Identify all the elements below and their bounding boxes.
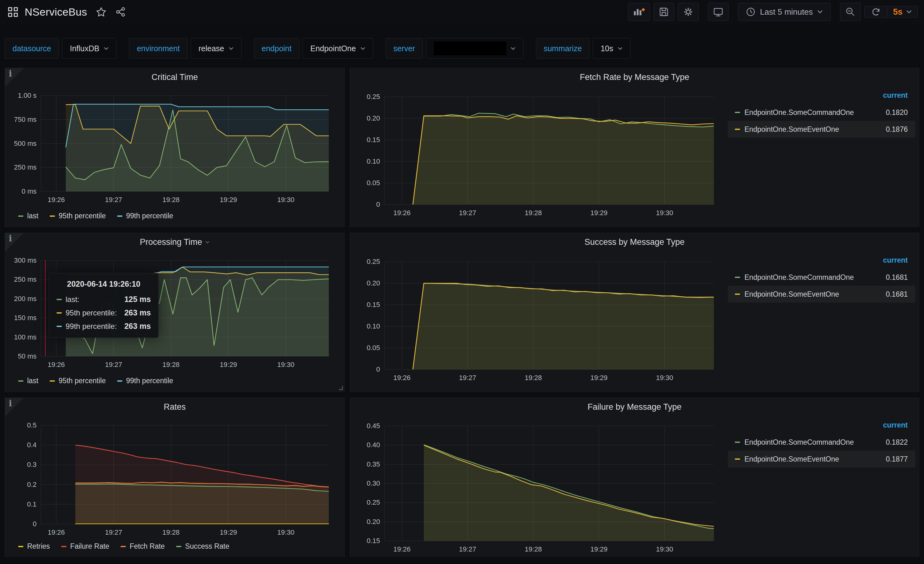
add-panel-button[interactable] <box>628 3 650 21</box>
panel-title[interactable]: Success by Message Type <box>350 237 919 247</box>
y-tick-label: 0.40 <box>350 441 380 449</box>
x-tick-label: 19:28 <box>149 528 193 537</box>
legend-item-last[interactable]: last <box>18 212 38 220</box>
legend-item-95th-percentile[interactable]: 95th percentile <box>50 376 106 385</box>
fetch-rate-chart[interactable]: 00.050.100.150.200.2519:2619:2719:2819:2… <box>384 97 714 204</box>
chart-canvas[interactable] <box>384 262 714 369</box>
legend-series-name: EndpointOne.SomeCommandOne <box>744 108 886 117</box>
tooltip-row: last: 125 ms <box>57 295 151 304</box>
panel-title[interactable]: Fetch Rate by Message Type <box>350 72 919 82</box>
refresh-interval-label: 5s <box>893 7 903 17</box>
chevron-down-icon <box>360 47 365 50</box>
x-tick-label: 19:30 <box>643 545 686 554</box>
legend-item-99th-percentile[interactable]: 99th percentile <box>117 376 173 385</box>
variable-label-endpoint: endpoint <box>254 38 300 59</box>
series-dash <box>18 216 23 217</box>
legend-item-success-rate[interactable]: Success Rate <box>176 542 230 550</box>
gear-icon[interactable] <box>678 3 699 21</box>
chart-canvas[interactable] <box>384 426 714 541</box>
legend-label: 99th percentile <box>126 376 173 385</box>
legend-column-current[interactable]: current <box>728 421 915 434</box>
x-tick-label: 19:29 <box>577 374 621 382</box>
legend-row-endpointone-somecommandone[interactable]: EndpointOne.SomeCommandOne0.1820 <box>728 104 915 121</box>
legend-item-fetch-rate[interactable]: Fetch Rate <box>120 542 165 550</box>
series-area-endpointone-someeventone <box>413 116 714 204</box>
dashboard-grid-icon[interactable] <box>8 7 18 17</box>
legend-current-value: 0.1876 <box>886 125 908 134</box>
critical-time-chart[interactable]: 0 ms250 ms500 ms750 ms1.00 s19:2619:2719… <box>41 96 329 191</box>
y-tick-label: 0.3 <box>6 460 36 469</box>
x-tick-label: 19:28 <box>512 545 555 554</box>
panel-title[interactable]: Rates <box>5 402 344 412</box>
chevron-down-icon <box>229 47 234 50</box>
series-dash <box>50 216 55 217</box>
tv-icon[interactable] <box>708 3 729 21</box>
success-rate-chart[interactable]: 00.050.100.150.200.2519:2619:2719:2819:2… <box>384 262 714 369</box>
series-dash <box>735 459 740 460</box>
tooltip-value: 125 ms <box>124 295 151 304</box>
x-tick-label: 19:26 <box>34 361 78 369</box>
legend-label: 99th percentile <box>126 212 173 220</box>
legend-row-endpointone-somecommandone[interactable]: EndpointOne.SomeCommandOne0.1681 <box>728 269 915 286</box>
tooltip-label: last: <box>66 295 124 304</box>
legend-column-current[interactable]: current <box>728 91 915 104</box>
variable-value-summarize[interactable]: 10s <box>592 38 630 59</box>
series-dash <box>120 546 126 547</box>
refresh-button[interactable] <box>865 6 887 18</box>
panel-fetch-rate: Fetch Rate by Message Type 00.050.100.15… <box>350 68 920 227</box>
chart-canvas[interactable] <box>384 97 714 204</box>
variable-value-server[interactable] <box>426 38 524 59</box>
time-range-picker[interactable]: Last 5 minutes <box>738 3 831 21</box>
variable-value-endpoint[interactable]: EndpointOne <box>303 38 373 59</box>
panel-title[interactable]: Processing Time <box>5 237 344 247</box>
chart-canvas[interactable] <box>41 96 329 191</box>
series-dash <box>117 216 122 217</box>
legend-item-99th-percentile[interactable]: 99th percentile <box>117 212 173 220</box>
panel-resize-handle[interactable] <box>339 386 343 390</box>
panel-title-text: Success by Message Type <box>585 237 685 247</box>
save-icon[interactable] <box>654 3 674 21</box>
y-tick-label: 0.15 <box>350 136 380 144</box>
series-dash <box>57 312 62 314</box>
chart-canvas[interactable] <box>41 425 329 524</box>
rates-chart[interactable]: 00.10.20.30.40.519:2619:2719:2819:2919:3… <box>41 425 329 524</box>
x-tick-label: 19:30 <box>643 209 686 217</box>
y-tick-label: 0.4 <box>6 441 36 449</box>
series-dash <box>50 380 55 382</box>
panel-title[interactable]: Critical Time <box>5 72 344 82</box>
variable-value-datasource[interactable]: InfluxDB <box>62 38 117 59</box>
variable-server: server <box>386 38 524 59</box>
zoom-out-button[interactable] <box>840 3 861 21</box>
chevron-down-icon <box>817 10 823 14</box>
x-tick-label: 19:29 <box>577 545 621 554</box>
series-dash <box>176 546 182 547</box>
series-dash <box>18 380 23 382</box>
legend-row-endpointone-someeventone[interactable]: EndpointOne.SomeEventOne0.1877 <box>728 451 915 468</box>
legend-item-95th-percentile[interactable]: 95th percentile <box>50 212 106 220</box>
series-area-success-rate <box>75 484 329 524</box>
legend-series-name: EndpointOne.SomeEventOne <box>744 125 886 134</box>
legend-row-endpointone-someeventone[interactable]: EndpointOne.SomeEventOne0.1876 <box>728 121 915 138</box>
legend-item-failure-rate[interactable]: Failure Rate <box>61 542 109 550</box>
y-tick-label: 250 ms <box>6 276 36 284</box>
panel-menu-caret-icon <box>205 241 210 244</box>
share-icon[interactable] <box>115 6 126 17</box>
variable-value-environment[interactable]: release <box>191 38 242 59</box>
x-tick-label: 19:27 <box>446 374 489 382</box>
x-tick-label: 19:28 <box>512 209 555 217</box>
failure-rate-chart[interactable]: 0.150.200.250.300.350.400.4519:2619:2719… <box>384 426 714 541</box>
y-tick-label: 0.20 <box>350 279 380 287</box>
legend-column-current[interactable]: current <box>728 256 915 269</box>
dashboard-variables-bar: datasource InfluxDB environment release … <box>4 38 643 59</box>
legend-row-endpointone-somecommandone[interactable]: EndpointOne.SomeCommandOne0.1822 <box>728 434 915 451</box>
variable-label-summarize: summarize <box>536 38 590 59</box>
legend-item-retries[interactable]: Retries <box>18 542 50 550</box>
star-icon[interactable] <box>96 6 106 17</box>
legend-row-endpointone-someeventone[interactable]: EndpointOne.SomeEventOne0.1681 <box>728 286 915 303</box>
top-navbar: NServiceBus <box>0 0 924 24</box>
y-tick-label: 0 <box>6 520 36 528</box>
variable-label-server: server <box>386 38 423 59</box>
legend-item-last[interactable]: last <box>18 376 38 385</box>
refresh-interval-dropdown[interactable]: 5s <box>887 6 918 18</box>
panel-title[interactable]: Failure by Message Type <box>350 402 919 412</box>
